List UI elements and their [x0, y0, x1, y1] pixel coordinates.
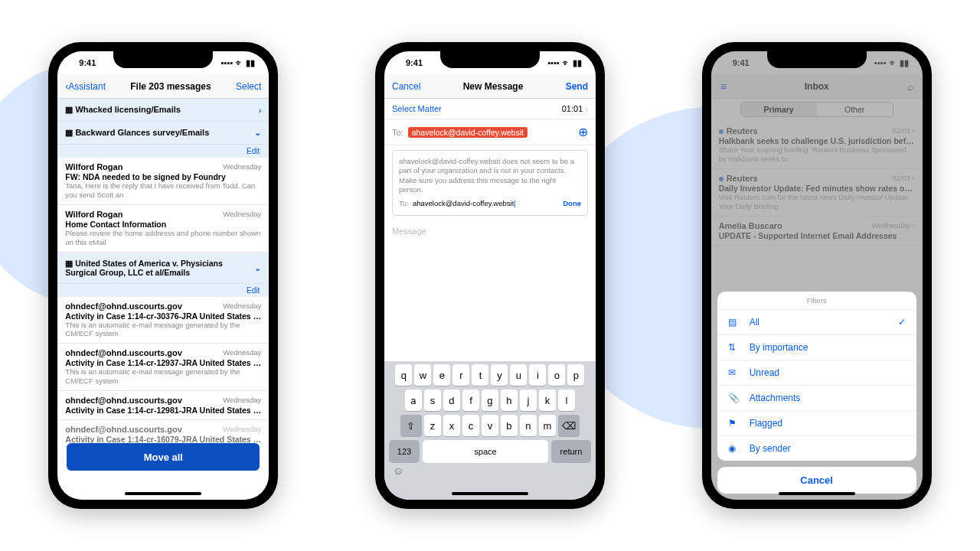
select-matter-row[interactable]: Select Matter 01:01 ›: [384, 99, 596, 119]
recipient-chip[interactable]: ahavelock@david-coffey.websit: [408, 127, 528, 138]
sheet-title: Filters: [717, 292, 916, 310]
filter-sender[interactable]: ◉By sender: [717, 436, 916, 461]
message-row[interactable]: Wilford RoganWednesday Home Contact Info…: [57, 205, 269, 253]
message-row[interactable]: Wilford RoganWednesday FW: NDA needed to…: [57, 158, 269, 205]
back-button[interactable]: ‹Assistant: [65, 81, 106, 92]
shift-key[interactable]: ⇧: [400, 415, 422, 436]
home-indicator: [452, 492, 528, 495]
return-key[interactable]: return: [551, 440, 591, 463]
message-row[interactable]: ohndecf@ohnd.uscourts.govWednesday Activ…: [57, 344, 269, 391]
phone-new-message: 9:41 ▪▪▪▪ᯤ▮▮ Cancel New Message Send Sel…: [375, 42, 605, 509]
filter-sheet: Filters ▤All✓ ⇅By importance ✉Unread 📎At…: [717, 292, 916, 494]
select-button[interactable]: Select: [236, 81, 261, 92]
move-all-button[interactable]: Move all: [67, 443, 260, 471]
folder-row[interactable]: ▦ Whacked licensing/Emails›: [57, 99, 269, 122]
cancel-button[interactable]: Cancel: [392, 81, 420, 92]
space-key[interactable]: space: [423, 440, 548, 463]
message-body[interactable]: Message: [384, 220, 596, 242]
message-row[interactable]: ohndecf@ohnd.uscourts.govWednesday Activ…: [57, 297, 269, 344]
phone-file-messages: 9:41 ▪▪▪▪ᯤ▮▮ ‹Assistant File 203 message…: [48, 42, 278, 509]
cancel-button[interactable]: Cancel: [717, 467, 916, 494]
recipient-warning: ahavelock@david-coffey.websit does not s…: [392, 150, 588, 216]
filter-importance[interactable]: ⇅By importance: [717, 335, 916, 360]
nav-bar: ‹Assistant File 203 messages Select: [57, 74, 269, 99]
attachment-icon: 📎: [728, 393, 742, 403]
backspace-key[interactable]: ⌫: [558, 415, 580, 436]
folder-row[interactable]: ▦ Backward Glances survey/Emails⌄: [57, 122, 269, 145]
filter-attachments[interactable]: 📎Attachments: [717, 386, 916, 411]
folder-row[interactable]: ▦ United States of America v. Physicians…: [57, 253, 269, 284]
send-button[interactable]: Send: [566, 81, 588, 92]
nav-bar: Cancel New Message Send: [384, 74, 596, 99]
phone-inbox-filters: 9:41 ▪▪▪▪ᯤ▮▮ ≡ Inbox ⌕ Primary Other Reu…: [702, 42, 932, 509]
to-field[interactable]: To: ahavelock@david-coffey.websit ⊕: [384, 119, 596, 145]
emoji-icon[interactable]: ☺: [393, 465, 403, 477]
nav-title: File 203 messages: [130, 81, 211, 92]
home-indicator: [125, 492, 201, 495]
unread-icon: ✉: [728, 367, 742, 378]
flag-icon: ⚑: [728, 418, 742, 429]
filter-flagged[interactable]: ⚑Flagged: [717, 411, 916, 436]
status-bar: 9:41 ▪▪▪▪ᯤ▮▮: [57, 51, 269, 74]
filter-all[interactable]: ▤All✓: [717, 310, 916, 335]
home-indicator: [779, 492, 855, 495]
numbers-key[interactable]: 123: [389, 440, 420, 463]
done-button[interactable]: Done: [563, 199, 581, 208]
all-icon: ▤: [728, 317, 742, 328]
add-recipient-icon[interactable]: ⊕: [578, 125, 588, 139]
edit-button[interactable]: Edit: [57, 145, 269, 158]
nav-title: New Message: [463, 81, 524, 92]
sender-icon: ◉: [728, 443, 742, 454]
keyboard[interactable]: qwertyuiop asdfghjkl ⇧ zxcvbnm ⌫ 123 spa…: [384, 361, 596, 500]
importance-icon: ⇅: [728, 342, 742, 353]
filter-unread[interactable]: ✉Unread: [717, 360, 916, 386]
message-row[interactable]: ohndecf@ohnd.uscourts.govWednesday Activ…: [57, 391, 269, 420]
edit-button[interactable]: Edit: [57, 284, 269, 297]
status-bar: 9:41 ▪▪▪▪ᯤ▮▮: [384, 51, 596, 74]
check-icon: ✓: [898, 317, 906, 328]
